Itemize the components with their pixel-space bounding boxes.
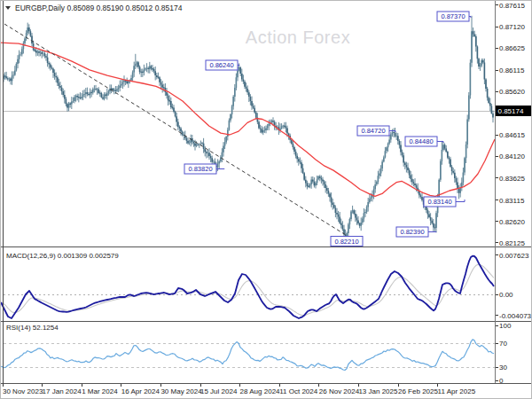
rsi-axis-label: 30 (499, 364, 507, 372)
price-axis-label: 0.84615 (499, 131, 525, 139)
macd-axis-label: 0.00 (499, 291, 513, 299)
rsi-axis-label: 100 (499, 322, 512, 330)
current-price-value: 0.85174 (498, 107, 524, 115)
price-axis-label: 0.86625 (499, 44, 525, 52)
price-label-callout[interactable]: 0.87370 (437, 12, 471, 21)
date-axis-label: 26 Nov 2024 (319, 387, 360, 395)
price-axis-label: 0.86115 (499, 66, 525, 74)
rsi-line (1, 340, 494, 371)
price-axis-label: 0.87615 (499, 2, 525, 10)
callout-price-text: 0.82390 (400, 228, 424, 236)
price-label-callout[interactable]: 0.82210 (331, 237, 363, 246)
callout-price-text: 0.84480 (409, 137, 433, 145)
price-axis-label: 0.82620 (499, 218, 525, 226)
macd-axis-label: 0.007623 (499, 252, 529, 260)
rsi-panel (1, 340, 495, 371)
price-axis-label: 0.87120 (499, 23, 525, 31)
date-axis-label: 30 May 2024 (160, 387, 202, 395)
date-axis-label: 11 Apr 2025 (438, 387, 476, 395)
callout-price-text: 0.82210 (334, 238, 358, 246)
date-axis: 30 Nov 202317 Jan 20241 Mar 202416 Apr 2… (3, 384, 476, 396)
macd-signal-line (1, 264, 494, 315)
callout-price-text: 0.83140 (427, 198, 451, 206)
rsi-title: RSI(14) 52.1254 (6, 324, 59, 332)
moving-average-line (1, 43, 495, 196)
macd-axis-label: -0.004073 (499, 312, 532, 320)
callout-price-text: 0.84720 (361, 127, 385, 135)
date-axis-label: 13 Jan 2025 (358, 387, 398, 395)
price-axis-label: 0.84120 (499, 153, 525, 160)
price-label-callout[interactable]: 0.84480 (405, 137, 443, 146)
date-axis-label: 28 Aug 2024 (240, 387, 280, 395)
chart-title: EURGBP,Daily 0.85089 0.85190 0.85012 0.8… (15, 4, 183, 12)
price-label-callout[interactable]: 0.86240 (206, 60, 239, 70)
price-axis: 0.876150.871200.866250.861150.856200.846… (496, 2, 532, 385)
candlestick-series (4, 16, 493, 241)
date-axis-label: 11 Oct 2024 (279, 387, 318, 395)
rsi-axis-label: 0 (499, 377, 504, 385)
macd-main-line (1, 256, 494, 318)
price-axis-label: 0.82125 (499, 239, 525, 247)
macd-title: MACD(12,26,9) 0.001309 0.002579 (6, 252, 119, 260)
price-label-callout[interactable]: 0.82390 (396, 227, 436, 237)
chart-window: Action Forex 0.876150.871200.866250.8611… (0, 0, 532, 399)
date-axis-label: 17 Jan 2024 (43, 387, 82, 395)
callout-price-text: 0.86240 (209, 61, 233, 69)
date-axis-label: 16 Apr 2024 (121, 387, 160, 395)
rsi-axis-label: 70 (499, 340, 507, 348)
date-axis-label: 15 Jul 2024 (200, 387, 238, 395)
callout-price-text: 0.87370 (441, 12, 465, 20)
price-axis-label: 0.85620 (499, 88, 525, 96)
chart-title-bar: EURGBP,Daily 0.85089 0.85190 0.85012 0.8… (5, 4, 183, 12)
watermark: Action Forex (246, 27, 350, 47)
price-label-callout[interactable]: 0.83140 (424, 197, 465, 207)
macd-panel (1, 256, 495, 318)
date-axis-label: 1 Mar 2024 (82, 387, 118, 395)
callout-price-text: 0.83820 (188, 165, 212, 173)
price-axis-label: 0.83625 (499, 175, 525, 183)
price-label-callout[interactable]: 0.84720 (357, 126, 395, 136)
date-axis-label: 26 Feb 2025 (398, 387, 438, 395)
trendline[interactable] (4, 24, 346, 235)
date-axis-label: 30 Nov 2023 (3, 387, 43, 395)
panel-frame (1, 1, 532, 386)
symbol-dropdown-icon[interactable] (5, 6, 11, 10)
price-axis-label: 0.83115 (499, 197, 525, 205)
